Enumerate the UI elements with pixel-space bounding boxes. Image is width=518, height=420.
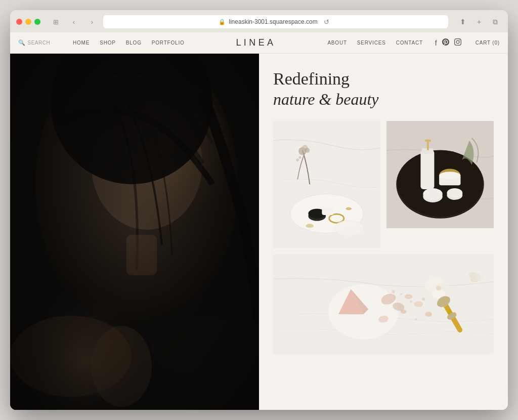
product-image-3[interactable]	[273, 254, 494, 354]
headline: Redefining nature & beauty	[273, 69, 494, 109]
nav-home[interactable]: HOME	[73, 40, 90, 46]
svg-point-50	[405, 294, 413, 299]
headline-line1: Redefining	[273, 69, 494, 90]
right-panel: Redefining nature & beauty	[259, 54, 508, 410]
facebook-icon[interactable]: f	[435, 39, 437, 47]
svg-point-25	[346, 207, 352, 211]
svg-point-53	[425, 312, 432, 317]
main-content: Redefining nature & beauty	[10, 54, 508, 410]
nav-links-right: ABOUT SERVICES CONTACT f CART (0)	[327, 38, 500, 47]
svg-rect-31	[420, 150, 434, 189]
svg-rect-34	[425, 140, 431, 142]
browser-actions: ⬆ + ⧉	[456, 16, 502, 27]
fullscreen-button[interactable]	[34, 19, 40, 25]
copy-button[interactable]: ⧉	[489, 16, 502, 27]
navigation-bar: 🔍 SEARCH HOME SHOP BLOG PORTFOLIO LINEA …	[10, 32, 508, 54]
reload-button[interactable]: ↺	[321, 16, 333, 27]
share-button[interactable]: ⬆	[456, 16, 469, 27]
forward-button[interactable]: ›	[85, 16, 99, 27]
svg-point-57	[415, 318, 417, 320]
product-image-grid	[273, 121, 494, 354]
search-area[interactable]: 🔍 SEARCH	[18, 39, 69, 46]
nav-services[interactable]: SERVICES	[357, 40, 386, 46]
nav-about[interactable]: ABOUT	[327, 40, 347, 46]
svg-point-58	[422, 298, 425, 301]
product-image-1[interactable]	[273, 121, 380, 248]
svg-point-27	[334, 221, 363, 236]
close-button[interactable]	[16, 19, 22, 25]
headline-line2: nature & beauty	[273, 90, 494, 109]
product-image-1-svg	[273, 121, 380, 248]
svg-point-52	[414, 301, 423, 307]
new-tab-button[interactable]: +	[472, 16, 486, 27]
minimize-button[interactable]	[25, 19, 31, 25]
instagram-icon[interactable]	[454, 38, 461, 47]
svg-point-62	[436, 285, 441, 290]
hero-panel	[10, 54, 259, 410]
lock-icon: 🔒	[219, 19, 226, 25]
svg-point-24	[299, 156, 301, 159]
cart-link[interactable]: CART (0)	[476, 40, 500, 46]
browser-window: ⊞ ‹ › 🔒 lineaskin-3001.squarespace.com ↺…	[10, 10, 508, 410]
site-logo[interactable]: LINEA	[185, 37, 328, 48]
svg-point-22	[305, 148, 310, 153]
svg-point-19	[322, 204, 333, 209]
traffic-lights	[16, 19, 40, 25]
svg-point-51	[401, 310, 407, 314]
nav-portfolio[interactable]: PORTFOLIO	[152, 40, 185, 46]
nav-links-left: HOME SHOP BLOG PORTFOLIO	[73, 40, 185, 46]
pinterest-icon[interactable]	[442, 38, 449, 47]
nav-blog[interactable]: BLOG	[126, 40, 142, 46]
nav-shop[interactable]: SHOP	[100, 40, 116, 46]
address-bar[interactable]: 🔒 lineaskin-3001.squarespace.com ↺	[103, 15, 448, 28]
product-image-3-svg	[273, 254, 494, 354]
hero-image	[10, 54, 259, 410]
search-icon: 🔍	[18, 39, 26, 46]
product-image-2[interactable]	[386, 121, 494, 248]
svg-rect-33	[427, 141, 429, 150]
sidebar-toggle-button[interactable]: ⊞	[49, 16, 63, 27]
svg-point-56	[410, 300, 412, 303]
social-links: f	[435, 38, 461, 47]
svg-point-23	[296, 158, 299, 161]
nav-contact[interactable]: CONTACT	[396, 40, 423, 46]
back-button[interactable]: ‹	[67, 16, 81, 27]
svg-rect-11	[10, 54, 259, 410]
svg-point-54	[392, 290, 395, 293]
url-text: lineaskin-3001.squarespace.com	[229, 18, 317, 25]
title-bar: ⊞ ‹ › 🔒 lineaskin-3001.squarespace.com ↺…	[16, 15, 502, 28]
svg-point-55	[400, 293, 402, 295]
svg-point-42	[447, 188, 462, 198]
browser-chrome: ⊞ ‹ › 🔒 lineaskin-3001.squarespace.com ↺…	[10, 10, 508, 32]
svg-point-38	[439, 172, 460, 179]
product-image-2-svg	[386, 121, 494, 228]
svg-point-40	[423, 188, 443, 200]
svg-point-26	[306, 224, 314, 228]
search-label[interactable]: SEARCH	[28, 40, 51, 46]
